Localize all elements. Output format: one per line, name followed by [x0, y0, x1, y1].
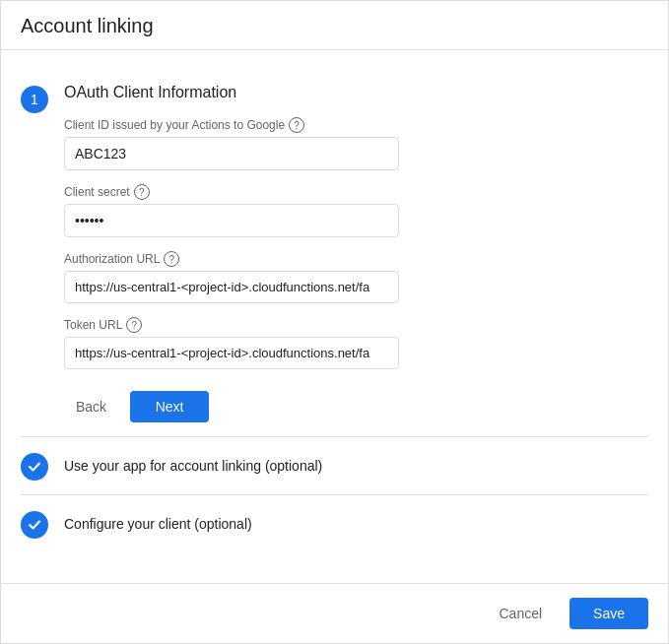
cancel-button[interactable]: Cancel	[483, 598, 558, 629]
client-secret-help-icon[interactable]: ?	[134, 184, 150, 200]
step-2-label: Use your app for account linking (option…	[64, 458, 322, 474]
step-1-badge: 1	[21, 86, 48, 113]
token-url-input[interactable]	[64, 337, 399, 369]
auth-url-label: Authorization URL ?	[64, 251, 648, 267]
step-3-badge	[21, 511, 48, 539]
save-button[interactable]: Save	[569, 598, 648, 629]
step-3-label: Configure your client (optional)	[64, 516, 252, 532]
page-title: Account linking	[1, 1, 668, 50]
step-1-content: OAuth Client Information Client ID issue…	[64, 84, 648, 422]
token-url-label: Token URL ?	[64, 317, 648, 333]
step-3-row: Configure your client (optional)	[21, 495, 648, 552]
client-secret-input[interactable]	[64, 204, 399, 237]
token-url-help-icon[interactable]: ?	[126, 317, 142, 333]
main-content: 1 OAuth Client Information Client ID iss…	[1, 50, 668, 583]
step-1-title: OAuth Client Information	[64, 84, 648, 101]
token-url-group: Token URL ?	[64, 317, 648, 369]
step-1-buttons: Back Next	[64, 391, 648, 422]
step-1-row: 1 OAuth Client Information Client ID iss…	[21, 70, 648, 437]
client-id-label: Client ID issued by your Actions to Goog…	[64, 117, 648, 133]
next-button[interactable]: Next	[130, 391, 209, 422]
client-id-help-icon[interactable]: ?	[289, 117, 304, 133]
client-secret-group: Client secret ?	[64, 184, 648, 237]
step-2-row: Use your app for account linking (option…	[21, 437, 648, 495]
auth-url-group: Authorization URL ?	[64, 251, 648, 303]
step-2-badge	[21, 453, 48, 481]
auth-url-input[interactable]	[64, 271, 399, 303]
auth-url-help-icon[interactable]: ?	[164, 251, 179, 267]
back-button[interactable]: Back	[64, 391, 118, 422]
client-secret-label: Client secret ?	[64, 184, 648, 200]
page-footer: Cancel Save	[1, 583, 668, 643]
client-id-input[interactable]	[64, 137, 399, 170]
client-id-group: Client ID issued by your Actions to Goog…	[64, 117, 648, 170]
